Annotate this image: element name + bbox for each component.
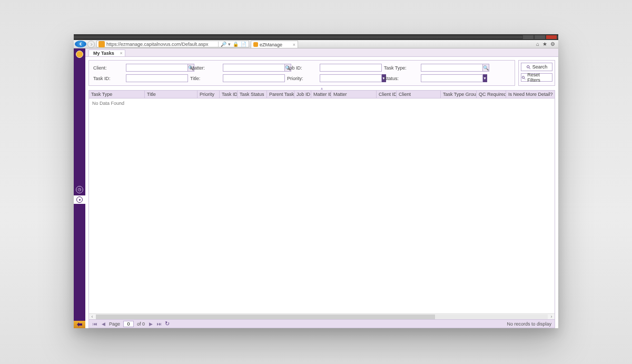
os-titlebar <box>74 34 558 40</box>
pager-status: No records to display <box>507 321 551 327</box>
matter-input[interactable] <box>223 64 285 72</box>
matter-label: Matter: <box>190 65 213 71</box>
app-tab-my-tasks[interactable]: My Tasks × <box>88 50 125 56</box>
col-task-status[interactable]: Task Status <box>238 91 267 98</box>
col-client[interactable]: Client <box>397 91 441 98</box>
app-logo-icon[interactable] <box>76 51 83 58</box>
svg-point-2 <box>527 65 529 68</box>
results-grid: Task Type Title Priority Task ID Task St… <box>88 90 555 328</box>
col-matter[interactable]: Matter <box>331 91 377 98</box>
col-need-more-detail[interactable]: Is Need More Detail? <box>506 91 555 98</box>
pager-page-input[interactable] <box>123 321 134 327</box>
pager-prev-button[interactable]: ◀ <box>101 321 106 327</box>
priority-label: Priority: <box>287 76 310 81</box>
job-id-label: Job ID: <box>287 65 310 71</box>
col-task-type[interactable]: Task Type <box>89 91 145 98</box>
filter-panel: Client: 🔍 Matter: 🔍 Job ID: <box>88 60 515 86</box>
tab-favicon-icon <box>253 42 258 47</box>
pager-first-button[interactable]: ⏮ <box>92 321 97 327</box>
reset-icon <box>521 75 526 80</box>
sidebar-bottom-icon[interactable] <box>74 321 85 328</box>
priority-select[interactable] <box>320 74 382 82</box>
search-button-label: Search <box>532 64 548 70</box>
site-favicon-icon <box>98 41 105 47</box>
window-close-button[interactable] <box>546 35 557 40</box>
pager-page-label: Page <box>109 321 120 327</box>
pager-next-button[interactable]: ▶ <box>148 321 153 327</box>
pager-bar: ⏮ ◀ Page of 0 ▶ ⏭ ↻ No records to displa… <box>89 319 555 328</box>
compat-icon[interactable]: 📄 <box>241 42 246 47</box>
browser-menu: ⌂ ★ ⚙ <box>536 40 558 48</box>
lock-icon: 🔒 <box>233 42 239 47</box>
search-dropdown-icon[interactable]: 🔎 ▾ <box>221 42 231 47</box>
status-dropdown-button[interactable]: ▼ <box>483 74 487 82</box>
title-label: Title: <box>190 76 213 81</box>
col-job-id[interactable]: Job ID <box>294 91 311 98</box>
tab-close-button[interactable]: × <box>293 42 295 47</box>
app-tabstrip: My Tasks × <box>85 48 558 56</box>
search-icon <box>526 65 531 70</box>
window-maximize-button[interactable] <box>534 35 546 40</box>
favorites-icon[interactable]: ★ <box>542 41 547 47</box>
browser-window: https://ezmanage.capitalnovus.com/Defaul… <box>74 34 558 328</box>
filter-bar: Client: 🔍 Matter: 🔍 Job ID: <box>88 60 555 86</box>
svg-line-5 <box>524 78 525 79</box>
nav-back-button[interactable] <box>75 41 86 47</box>
content-area: Client: 🔍 Matter: 🔍 Job ID: <box>85 56 558 328</box>
col-qc-required[interactable]: QC Required <box>477 91 506 98</box>
task-id-label: Task ID: <box>93 76 116 81</box>
reset-filters-label: Reset Filters <box>527 72 552 83</box>
col-matter-id[interactable]: Matter ID <box>311 91 331 98</box>
client-input[interactable] <box>126 64 188 72</box>
status-label: Status: <box>384 76 411 81</box>
app-tab-title: My Tasks <box>93 51 114 56</box>
main-panel: My Tasks × Client: 🔍 Matter: <box>85 48 558 328</box>
address-bar-actions: 🔎 ▾ 🔒 📄 <box>218 42 249 47</box>
pager-refresh-button[interactable]: ↻ <box>165 320 170 327</box>
browser-tab[interactable]: eZManage × <box>251 41 298 48</box>
task-type-lookup-button[interactable]: 🔍 <box>483 64 489 72</box>
col-title[interactable]: Title <box>145 91 197 98</box>
col-task-id[interactable]: Task ID <box>220 91 238 98</box>
address-url: https://ezmanage.capitalnovus.com/Defaul… <box>106 42 218 47</box>
app-body: My Tasks × Client: 🔍 Matter: <box>74 48 558 328</box>
reset-filters-button[interactable]: Reset Filters <box>521 73 552 82</box>
browser-toolbar: https://ezmanage.capitalnovus.com/Defaul… <box>74 40 558 48</box>
browser-tab-title: eZManage <box>260 42 282 47</box>
svg-point-1 <box>79 199 81 201</box>
scroll-right-button[interactable]: › <box>548 314 555 319</box>
scroll-left-button[interactable]: ‹ <box>89 314 95 319</box>
home-icon[interactable]: ⌂ <box>536 41 539 47</box>
scroll-thumb[interactable] <box>96 314 435 319</box>
address-bar[interactable]: https://ezmanage.capitalnovus.com/Defaul… <box>96 41 249 47</box>
collapse-handle[interactable]: ▴ <box>88 86 555 90</box>
task-type-input[interactable] <box>421 64 483 72</box>
col-task-type-group[interactable]: Task Type Group <box>441 91 477 98</box>
task-type-label: Task Type: <box>384 65 411 71</box>
grid-body: No Data Found <box>89 99 555 313</box>
client-label: Client: <box>93 65 116 71</box>
grid-header-row: Task Type Title Priority Task ID Task St… <box>89 91 555 99</box>
title-input[interactable] <box>223 74 285 82</box>
search-button[interactable]: Search <box>521 63 552 71</box>
job-id-input[interactable] <box>320 64 382 72</box>
task-id-input[interactable] <box>126 74 188 82</box>
svg-line-3 <box>529 67 530 68</box>
tools-icon[interactable]: ⚙ <box>550 41 555 47</box>
grid-empty-text: No Data Found <box>92 101 124 106</box>
sidebar-item-clock[interactable] <box>76 186 83 193</box>
sidebar <box>74 48 85 328</box>
pager-last-button[interactable]: ⏭ <box>156 321 162 327</box>
status-select[interactable] <box>421 74 483 82</box>
app-tab-close-button[interactable]: × <box>120 51 123 56</box>
col-priority[interactable]: Priority <box>197 91 220 98</box>
pager-of-label: of 0 <box>137 321 145 327</box>
col-parent-task-id[interactable]: Parent Task ID <box>267 91 294 98</box>
window-minimize-button[interactable] <box>522 35 534 40</box>
action-panel: Search Reset Filters <box>518 60 555 86</box>
scroll-track[interactable] <box>96 314 548 319</box>
col-client-id[interactable]: Client ID <box>377 91 397 98</box>
sidebar-item-active[interactable] <box>74 195 85 204</box>
nav-forward-button[interactable] <box>87 41 95 48</box>
horizontal-scrollbar[interactable]: ‹ › <box>89 313 555 319</box>
